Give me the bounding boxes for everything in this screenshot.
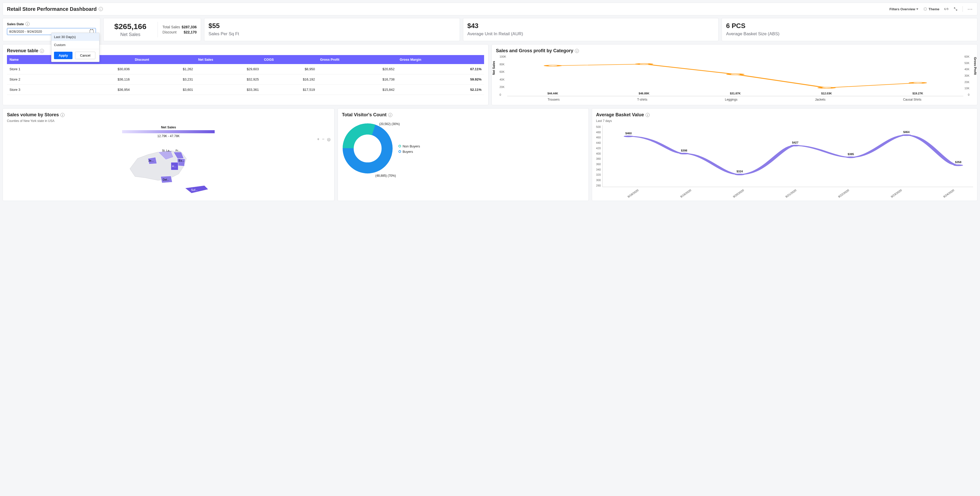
net-sales-kpi: $265,166 Net Sales Total Sales $287,336 … bbox=[103, 18, 201, 41]
ny-choropleth-map[interactable]: St. La... Fr... Je... Es... H... Del... … bbox=[119, 138, 217, 197]
svg-point-20 bbox=[953, 164, 963, 166]
kpi-aur: $43 Average Unit In Retail (AUR) bbox=[463, 18, 719, 41]
separator bbox=[963, 6, 963, 12]
table-row: Store 2$36,116$3,231$32,925$16,192$16,73… bbox=[7, 74, 484, 85]
net-sales-value: $265,166 bbox=[108, 22, 153, 31]
sales-gross-profit-chart-card: Sales and Gross profit by Categoryi Net … bbox=[492, 44, 977, 105]
svg-text:Fr...: Fr... bbox=[176, 149, 180, 152]
svg-text:Je...: Je... bbox=[148, 159, 154, 162]
svg-text:St. La...: St. La... bbox=[162, 149, 172, 152]
info-icon[interactable]: i bbox=[646, 113, 650, 117]
svg-point-16 bbox=[735, 174, 744, 175]
map-gradient-legend bbox=[122, 130, 215, 133]
svg-point-14 bbox=[624, 136, 633, 137]
svg-point-0 bbox=[546, 65, 560, 66]
filters-overview-button[interactable]: Filters Overview bbox=[889, 7, 918, 11]
more-menu-icon[interactable]: ⋯ bbox=[967, 6, 973, 12]
dashboard-header: Retail Store Performance Dashboard i Fil… bbox=[3, 3, 977, 16]
svg-text:H...: H... bbox=[172, 165, 177, 168]
visitors-donut-card: Total Visitor's Counti (20,562) (30%) (4… bbox=[337, 108, 589, 201]
y-axis-right-label: Gross Profit bbox=[973, 57, 977, 75]
info-icon[interactable]: i bbox=[575, 49, 579, 53]
info-icon[interactable]: i bbox=[25, 22, 30, 26]
map-legend-label: Net Sales bbox=[7, 125, 330, 129]
link-icon[interactable] bbox=[944, 7, 949, 11]
svg-point-17 bbox=[791, 145, 800, 147]
avg-basket-value-card: Average Basket Valuei Last 7 days 500480… bbox=[592, 108, 977, 201]
svg-point-1 bbox=[637, 64, 651, 65]
apply-button[interactable]: Apply bbox=[54, 52, 73, 59]
info-icon[interactable]: i bbox=[99, 7, 103, 11]
map-locate-icon[interactable]: ◎ bbox=[327, 137, 331, 142]
info-icon[interactable]: i bbox=[388, 113, 392, 117]
legend-buyers[interactable]: Buyers bbox=[398, 150, 420, 153]
svg-point-15 bbox=[679, 153, 689, 154]
date-range-dropdown: Last 30 Day(s) Custom Apply Cancel bbox=[51, 33, 100, 62]
abv-line-chart[interactable] bbox=[603, 125, 973, 187]
page-title: Retail Store Performance Dashboard bbox=[7, 6, 97, 12]
map-zoom-in-icon[interactable]: + bbox=[317, 137, 319, 142]
table-row: Store 3$36,954$3,601$33,361$17,519$15,84… bbox=[7, 85, 484, 95]
svg-point-4 bbox=[911, 82, 924, 84]
dropdown-option-last30[interactable]: Last 30 Day(s) bbox=[51, 33, 99, 41]
svg-point-18 bbox=[846, 156, 856, 158]
donut-bottom-label: (48,885) (70%) bbox=[375, 174, 396, 177]
filter-label: Sales Date bbox=[7, 22, 24, 26]
sparkle-icon bbox=[923, 7, 928, 11]
kpi-abs: 6 PCS Average Basket Size (ABS) bbox=[722, 18, 977, 41]
chevron-down-icon bbox=[916, 8, 918, 10]
cancel-button[interactable]: Cancel bbox=[75, 52, 95, 59]
map-zoom-out-icon[interactable]: − bbox=[322, 137, 325, 142]
dropdown-option-custom[interactable]: Custom bbox=[51, 41, 99, 49]
svg-point-2 bbox=[728, 73, 742, 75]
legend-non-buyers[interactable]: Non Buyers bbox=[398, 144, 420, 148]
svg-text:Suf...: Suf... bbox=[191, 188, 198, 191]
svg-text:Del...: Del... bbox=[163, 178, 169, 181]
net-sales-label: Net Sales bbox=[108, 32, 153, 37]
svg-point-19 bbox=[902, 134, 911, 136]
sales-date-filter-card: Sales Date i 8/26/2020 - 9/24/2020 Last … bbox=[3, 18, 100, 41]
donut-chart[interactable] bbox=[342, 123, 393, 174]
info-icon[interactable]: i bbox=[40, 49, 44, 53]
y-axis-left-label: Net Sales bbox=[492, 61, 496, 75]
info-icon[interactable]: i bbox=[60, 113, 65, 117]
kpi-sales-per-sqft: $55 Sales Per Sq Ft bbox=[204, 18, 460, 41]
svg-text:Es...: Es... bbox=[179, 159, 185, 162]
expand-icon[interactable] bbox=[953, 7, 958, 11]
sales-volume-map-card: Sales volume by Storesi Counties of New … bbox=[3, 108, 334, 201]
gross-profit-line bbox=[507, 55, 964, 96]
donut-top-label: (20,562) (30%) bbox=[379, 122, 400, 126]
svg-point-3 bbox=[819, 87, 833, 88]
map-legend-range: 12.79K - 47.78K bbox=[7, 134, 330, 138]
theme-button[interactable]: Theme bbox=[923, 7, 939, 11]
table-row: Store 1$30,836$1,262$29,603$8,950$20,652… bbox=[7, 64, 484, 74]
